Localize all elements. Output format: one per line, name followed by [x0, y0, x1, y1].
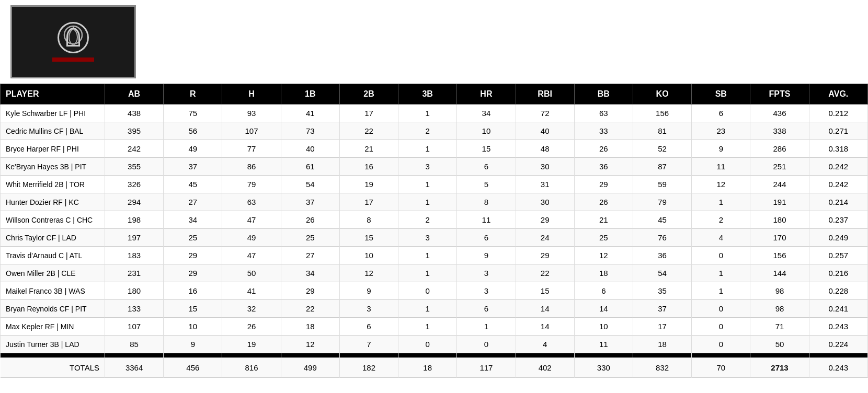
col-header-3b: 3B	[398, 84, 457, 105]
cell-8-9: 12	[574, 247, 633, 264]
cell-8-6: 1	[398, 247, 457, 264]
cell-7-4: 25	[281, 229, 339, 247]
cell-5-3: 63	[222, 193, 281, 211]
cell-11-2: 15	[164, 300, 222, 318]
table-row: Bryan Reynolds CF | PIT13315322231614143…	[1, 300, 868, 318]
cell-13-7: 0	[457, 336, 516, 353]
cell-0-11: 6	[692, 105, 750, 122]
cell-6-11: 2	[692, 211, 750, 229]
cell-1-11: 23	[692, 122, 750, 140]
cell-3-12: 251	[750, 158, 809, 176]
table-row: Whit Merrifield 2B | TOR3264579541915312…	[1, 176, 868, 193]
table-row: Owen Miller 2B | CLE23129503412132218541…	[1, 264, 868, 282]
cell-3-7: 6	[457, 158, 516, 176]
cell-5-2: 27	[164, 193, 222, 211]
cell-2-4: 40	[281, 140, 339, 158]
cell-10-0: Maikel Franco 3B | WAS	[1, 282, 105, 300]
cell-11-1: 133	[105, 300, 164, 318]
col-header-h: H	[222, 84, 281, 105]
stats-table-container: PLAYERABRH1B2B3BHRRBIBBKOSBFPTSAVG. Kyle…	[0, 84, 868, 378]
cell-1-6: 2	[398, 122, 457, 140]
cell-2-12: 286	[750, 140, 809, 158]
cell-10-13: 0.228	[809, 282, 867, 300]
table-row: Max Kepler RF | MIN107102618611141017071…	[1, 318, 868, 336]
cell-9-2: 29	[164, 264, 222, 282]
cell-12-13: 0.243	[809, 318, 867, 336]
col-header-bb: BB	[574, 84, 633, 105]
cell-8-1: 183	[105, 247, 164, 264]
cell-12-7: 1	[457, 318, 516, 336]
cell-2-5: 21	[339, 140, 398, 158]
cell-2-0: Bryce Harper RF | PHI	[1, 140, 105, 158]
cell-12-1: 107	[105, 318, 164, 336]
cell-3-1: 355	[105, 158, 164, 176]
totals-label: TOTALS	[1, 358, 105, 378]
cell-0-0: Kyle Schwarber LF | PHI	[1, 105, 105, 122]
totals-cell-5: 18	[398, 358, 457, 378]
cell-7-8: 24	[516, 229, 574, 247]
cell-4-10: 59	[633, 176, 691, 193]
cell-1-10: 81	[633, 122, 691, 140]
cell-2-2: 49	[164, 140, 222, 158]
cell-4-9: 29	[574, 176, 633, 193]
cell-4-13: 0.242	[809, 176, 867, 193]
cell-3-5: 16	[339, 158, 398, 176]
cell-2-1: 242	[105, 140, 164, 158]
cell-8-7: 9	[457, 247, 516, 264]
cell-11-4: 22	[281, 300, 339, 318]
cell-0-10: 156	[633, 105, 691, 122]
cell-13-13: 0.224	[809, 336, 867, 353]
cell-0-8: 72	[516, 105, 574, 122]
totals-cell-10: 70	[692, 358, 750, 378]
cell-12-9: 10	[574, 318, 633, 336]
cell-4-5: 19	[339, 176, 398, 193]
cell-11-13: 0.241	[809, 300, 867, 318]
table-row: Hunter Dozier RF | KC2942763371718302679…	[1, 193, 868, 211]
cell-9-8: 22	[516, 264, 574, 282]
cell-5-11: 1	[692, 193, 750, 211]
cell-10-1: 180	[105, 282, 164, 300]
cell-1-12: 338	[750, 122, 809, 140]
cell-13-11: 0	[692, 336, 750, 353]
cell-1-3: 107	[222, 122, 281, 140]
cell-7-1: 197	[105, 229, 164, 247]
cell-9-10: 54	[633, 264, 691, 282]
table-row: Justin Turner 3B | LAD859191270041118050…	[1, 336, 868, 353]
cell-4-2: 45	[164, 176, 222, 193]
cell-9-9: 18	[574, 264, 633, 282]
cell-2-11: 9	[692, 140, 750, 158]
totals-cell-6: 117	[457, 358, 516, 378]
cell-3-9: 36	[574, 158, 633, 176]
table-row: Cedric Mullins CF | BAL39556107732221040…	[1, 122, 868, 140]
cell-13-5: 7	[339, 336, 398, 353]
cell-0-2: 75	[164, 105, 222, 122]
cell-8-8: 29	[516, 247, 574, 264]
cell-8-11: 0	[692, 247, 750, 264]
col-header-ab: AB	[105, 84, 164, 105]
cell-6-0: Willson Contreras C | CHC	[1, 211, 105, 229]
cell-10-9: 6	[574, 282, 633, 300]
table-row: Travis d'Arnaud C | ATL18329472710192912…	[1, 247, 868, 264]
cell-3-6: 3	[398, 158, 457, 176]
table-row: Maikel Franco 3B | WAS180164129903156351…	[1, 282, 868, 300]
cell-12-5: 6	[339, 318, 398, 336]
cell-8-2: 29	[164, 247, 222, 264]
cell-9-12: 144	[750, 264, 809, 282]
cell-0-5: 17	[339, 105, 398, 122]
cell-13-6: 0	[398, 336, 457, 353]
cell-2-3: 77	[222, 140, 281, 158]
cell-5-4: 37	[281, 193, 339, 211]
cell-4-6: 1	[398, 176, 457, 193]
cell-11-6: 1	[398, 300, 457, 318]
cell-0-1: 438	[105, 105, 164, 122]
table-row: Ke'Bryan Hayes 3B | PIT35537866116363036…	[1, 158, 868, 176]
cell-9-13: 0.216	[809, 264, 867, 282]
cell-5-10: 79	[633, 193, 691, 211]
table-header-row: PLAYERABRH1B2B3BHRRBIBBKOSBFPTSAVG.	[1, 84, 868, 105]
cell-9-4: 34	[281, 264, 339, 282]
cell-0-3: 93	[222, 105, 281, 122]
cell-2-6: 1	[398, 140, 457, 158]
totals-cell-9: 832	[633, 358, 691, 378]
cell-0-12: 436	[750, 105, 809, 122]
cell-12-8: 14	[516, 318, 574, 336]
